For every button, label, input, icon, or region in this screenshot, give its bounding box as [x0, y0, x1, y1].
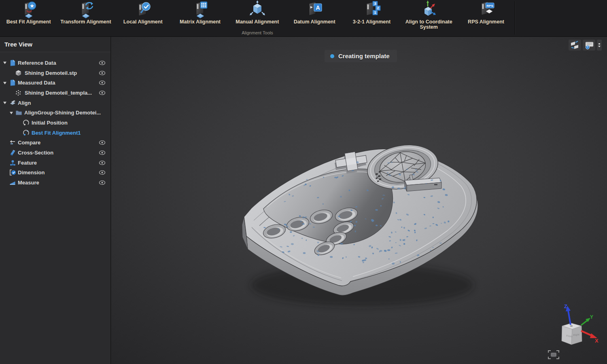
tree-item-feature[interactable]: Feature — [0, 158, 110, 168]
transform-alignment-icon — [76, 0, 95, 19]
datum-alignment-icon: A — [305, 0, 324, 19]
tree-item-label: Initial Position — [32, 120, 68, 126]
viewport-options-dropdown[interactable] — [597, 40, 602, 51]
tree-item-label: Dimension — [18, 169, 45, 176]
ribbon-item-label: Matrix Alignment — [180, 19, 221, 25]
document-icon — [9, 79, 16, 86]
tree-view-panel: Tree View Reference Data Shining De — [0, 37, 111, 364]
tree-item-label: Measure — [18, 180, 39, 186]
matrix-alignment-button[interactable]: Matrix Alignment — [172, 0, 229, 29]
eye-icon[interactable] — [99, 150, 106, 155]
compare-icon — [9, 139, 16, 146]
tree-item-label: Shining Demoteil.stp — [25, 70, 77, 76]
fullscreen-button[interactable] — [547, 349, 560, 360]
ribbon-group-divider — [515, 1, 515, 34]
tree-item-shining-demoteil-template[interactable]: Shining Demoteil_templa... — [0, 88, 110, 98]
z-axis-arrow — [568, 311, 571, 325]
tree-item-shining-demoteil-stp[interactable]: Shining Demoteil.stp — [0, 68, 110, 78]
eye-icon[interactable] — [99, 140, 106, 145]
3-2-1-alignment-button[interactable]: 3 2 1 3-2-1 Alignment — [343, 0, 400, 29]
application-window: ★ Best Fit Alignment Tra — [0, 0, 607, 364]
svg-text:3: 3 — [374, 2, 376, 6]
eye-icon[interactable] — [99, 60, 106, 66]
cad-solid-icon — [15, 70, 22, 76]
svg-text:A: A — [316, 4, 320, 11]
ribbon-item-label: Transform Alignment — [60, 19, 111, 25]
display-settings-icon — [584, 40, 594, 50]
dimension-icon — [9, 169, 16, 176]
display-settings-button[interactable] — [583, 40, 595, 51]
ribbon-item-label: Manual Alignment — [236, 19, 279, 25]
tree-item-initial-position[interactable]: Initial Position — [0, 118, 110, 128]
tree-item-label: Reference Data — [18, 60, 56, 66]
ribbon-group-label: Alignment Tools — [0, 30, 515, 35]
ribbon-item-label: Datum Alignment — [294, 19, 335, 25]
eye-icon[interactable] — [99, 160, 106, 165]
best-fit-alignment-button[interactable]: ★ Best Fit Alignment — [0, 0, 57, 29]
ribbon-item-label: Best Fit Alignment — [6, 19, 51, 25]
alignment-tools-group: ★ Best Fit Alignment Tra — [0, 0, 515, 36]
viewport-layout-button[interactable] — [569, 40, 581, 51]
tree-item-label: Shining Demoteil_templa... — [25, 90, 92, 96]
fullscreen-icon — [547, 349, 560, 360]
tree-item-measured-data[interactable]: Measured Data — [0, 78, 110, 88]
tree-view-header: Tree View — [0, 37, 110, 52]
feature-icon — [9, 159, 16, 166]
local-alignment-button[interactable]: Local Alignment — [115, 0, 172, 29]
status-text: Creating template — [338, 53, 390, 59]
svg-text:★: ★ — [30, 3, 34, 9]
3d-viewport[interactable]: Front Right Z Y X Creating template — [111, 37, 607, 364]
status-indicator: Creating template — [325, 50, 397, 62]
tree-item-cross-section[interactable]: Cross-Section — [0, 148, 110, 158]
x-axis-label: X — [595, 338, 599, 344]
alignment-step-icon — [23, 129, 30, 136]
dropdown-caret-icon — [598, 43, 601, 48]
3d-scene: Front Right Z Y X — [111, 37, 607, 364]
eye-icon[interactable] — [99, 70, 106, 76]
manual-alignment-icon — [248, 0, 267, 19]
cross-section-icon — [9, 149, 16, 156]
expander-icon[interactable] — [3, 81, 7, 85]
eye-icon[interactable] — [99, 180, 106, 185]
tree-item-label: Feature — [18, 160, 37, 166]
matrix-alignment-icon — [191, 0, 210, 19]
manual-alignment-button[interactable]: Manual Alignment — [229, 0, 286, 29]
tree-item-label: Compare — [18, 140, 40, 146]
ribbon-toolbar: ★ Best Fit Alignment Tra — [0, 0, 607, 37]
tree-item-label: Cross-Section — [18, 150, 53, 156]
3-2-1-alignment-icon: 3 2 1 — [362, 0, 381, 19]
eye-icon[interactable] — [99, 90, 106, 95]
tree-item-compare[interactable]: Compare — [0, 138, 110, 148]
tree-item-measure[interactable]: Measure — [0, 178, 110, 188]
navigation-cube[interactable]: Front Right Z Y X — [562, 303, 599, 345]
transform-alignment-button[interactable]: Transform Alignment — [57, 0, 114, 29]
datum-alignment-button[interactable]: A Datum Alignment — [286, 0, 343, 29]
folder-icon — [15, 109, 22, 116]
local-alignment-icon — [134, 0, 152, 19]
align-icon — [9, 99, 16, 106]
tree-item-dimension[interactable]: Dimension — [0, 168, 110, 178]
ribbon-item-label: RPS Alignment — [468, 19, 504, 25]
tree-item-align[interactable]: Align — [0, 98, 110, 108]
y-axis-label: Y — [590, 314, 593, 320]
tree-item-reference-data[interactable]: Reference Data — [0, 58, 110, 68]
expander-icon[interactable] — [9, 111, 13, 115]
point-cloud-icon — [15, 89, 22, 96]
tree-item-label: Best Fit Alignment1 — [32, 130, 81, 136]
viewport-toolbar — [569, 40, 602, 51]
eye-icon[interactable] — [99, 170, 106, 175]
document-icon — [9, 59, 16, 66]
ribbon-item-label: 3-2-1 Alignment — [353, 19, 391, 25]
tree-item-label: Measured Data — [18, 80, 55, 86]
eye-icon[interactable] — [99, 80, 106, 85]
expander-icon[interactable] — [3, 101, 7, 105]
rps-alignment-button[interactable]: RPS RPS Alignment — [457, 0, 514, 29]
align-to-coordinate-system-button[interactable]: Align to Coordinate System — [400, 0, 457, 29]
ribbon-item-label: Align to Coordinate System — [402, 19, 456, 30]
tree-item-aligngroup[interactable]: AlignGroup-Shining Demotei... — [0, 108, 110, 118]
z-axis-label: Z — [564, 303, 567, 309]
tree-item-best-fit-alignment1[interactable]: Best Fit Alignment1 — [0, 128, 110, 138]
expander-icon[interactable] — [3, 61, 7, 65]
tree-item-label: AlignGroup-Shining Demotei... — [24, 110, 101, 116]
svg-text:2: 2 — [377, 6, 379, 10]
